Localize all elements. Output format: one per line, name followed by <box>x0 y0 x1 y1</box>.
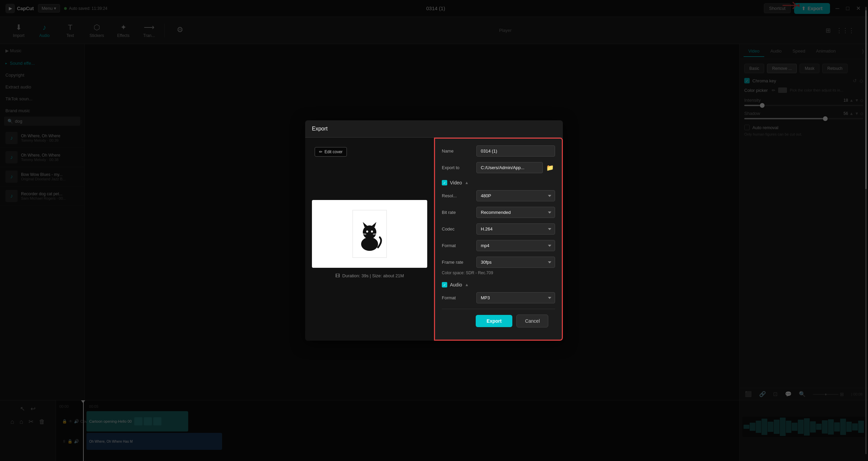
modal-footer: Export Cancel <box>442 309 555 333</box>
bitrate-row: Bit rate Low Recommended High <box>442 207 555 218</box>
audio-checkbox[interactable]: ✓ <box>442 282 447 287</box>
export-modal: Export ✏ Edit cover <box>305 120 563 341</box>
browse-folder-button[interactable]: 📁 <box>545 164 555 172</box>
video-collapse-icon[interactable]: ▲ <box>465 180 469 185</box>
framerate-label: Frame rate <box>442 260 472 265</box>
color-space-label: Color space: SDR - Rec.709 <box>442 270 555 275</box>
path-row: 📁 <box>476 162 555 173</box>
framerate-select[interactable]: 24fps 25fps 30fps 60fps <box>476 257 555 268</box>
film-icon: 🎞 <box>335 273 340 278</box>
audio-section-header: ✓ Audio ▲ <box>442 282 555 287</box>
resolution-select[interactable]: 360P 480P 720P 1080P 2K 4K <box>476 190 555 201</box>
audio-format-row: Format MP3 AAC WAV <box>442 292 555 303</box>
svg-point-6 <box>366 230 368 233</box>
export-to-row: Export to 📁 <box>442 162 555 173</box>
name-row: Name <box>442 145 555 157</box>
name-input[interactable] <box>476 145 555 157</box>
svg-point-2 <box>361 237 378 251</box>
preview-meta: 🎞 Duration: 39s | Size: about 21M <box>335 273 404 278</box>
edit-icon: ✏ <box>319 149 322 154</box>
modal-preview: ✏ Edit cover <box>305 138 434 341</box>
video-section-header: ✓ Video ▲ <box>442 180 555 185</box>
codec-row: Codec H.264 H.265 AV1 <box>442 223 555 235</box>
bitrate-select[interactable]: Low Recommended High <box>476 207 555 218</box>
export-to-label: Export to <box>442 165 472 170</box>
svg-point-7 <box>371 230 373 233</box>
svg-point-3 <box>363 225 376 239</box>
cat-illustration <box>349 207 390 261</box>
format-row: Format mp4 mov webm <box>442 240 555 251</box>
modal-cancel-button[interactable]: Cancel <box>516 315 548 327</box>
format-select[interactable]: mp4 mov webm <box>476 240 555 251</box>
resolution-row: Resol... 360P 480P 720P 1080P 2K 4K <box>442 190 555 201</box>
modal-export-button[interactable]: Export <box>476 315 512 327</box>
preview-thumbnail <box>312 200 427 268</box>
audio-format-label: Format <box>442 295 472 300</box>
modal-body: ✏ Edit cover <box>305 138 563 341</box>
modal-overlay: Export ✏ Edit cover <box>0 0 868 461</box>
resolution-label: Resol... <box>442 193 472 198</box>
name-label: Name <box>442 148 472 154</box>
codec-label: Codec <box>442 226 472 232</box>
audio-collapse-icon[interactable]: ▲ <box>465 282 469 287</box>
video-checkbox[interactable]: ✓ <box>442 180 447 185</box>
framerate-row: Frame rate 24fps 25fps 30fps 60fps <box>442 257 555 268</box>
codec-select[interactable]: H.264 H.265 AV1 <box>476 223 555 235</box>
modal-settings: Name Export to 📁 ✓ Video ▲ <box>434 138 563 341</box>
format-label: Format <box>442 243 472 248</box>
export-path-input[interactable] <box>476 162 543 173</box>
modal-header: Export <box>305 120 563 138</box>
edit-cover-button[interactable]: ✏ Edit cover <box>315 147 347 157</box>
audio-format-select[interactable]: MP3 AAC WAV <box>476 292 555 303</box>
bitrate-label: Bit rate <box>442 210 472 215</box>
